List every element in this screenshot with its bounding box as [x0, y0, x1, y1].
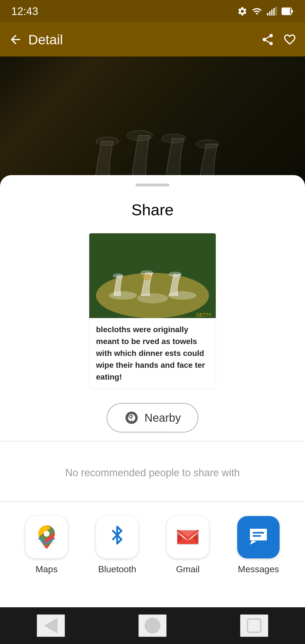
status-time: 12:43 [11, 5, 38, 18]
svg-rect-6 [292, 10, 293, 13]
svg-rect-3 [273, 8, 275, 16]
svg-point-25 [143, 274, 151, 280]
nearby-container: Nearby [0, 403, 305, 432]
nearby-icon [124, 410, 139, 425]
svg-rect-1 [269, 11, 271, 16]
drag-handle[interactable] [136, 184, 169, 186]
signal-icon [267, 6, 277, 16]
svg-point-13 [162, 134, 186, 143]
messages-label: Messages [238, 564, 279, 575]
preview-image: GETTY [89, 233, 216, 318]
app-item-maps[interactable]: Maps [25, 516, 68, 575]
messages-icon [237, 516, 280, 558]
share-title: Share [0, 201, 305, 219]
app-item-messages[interactable]: Messages [237, 516, 280, 575]
no-recommendations-message: No recommended people to share with [0, 444, 305, 501]
divider-1 [0, 441, 305, 441]
svg-point-19 [109, 291, 137, 300]
svg-rect-33 [252, 535, 261, 537]
svg-point-22 [113, 274, 123, 278]
recents-nav-icon [247, 618, 262, 633]
share-button[interactable] [261, 33, 274, 46]
bottom-sheet: Share [0, 175, 305, 621]
svg-rect-31 [250, 529, 267, 540]
svg-rect-2 [271, 10, 273, 16]
gmail-label: Gmail [176, 564, 200, 575]
back-nav-icon [44, 618, 58, 634]
svg-point-27 [44, 531, 50, 537]
nav-recents-button[interactable] [240, 614, 268, 637]
nearby-label: Nearby [145, 412, 181, 424]
battery-icon [281, 6, 294, 16]
svg-rect-32 [252, 532, 264, 534]
svg-text:GETTY: GETTY [196, 313, 212, 317]
nav-home-button[interactable] [138, 614, 167, 637]
bluetooth-label: Bluetooth [98, 564, 136, 575]
svg-rect-0 [267, 13, 269, 16]
app-item-gmail[interactable]: Gmail [167, 516, 209, 575]
wifi-icon [252, 6, 262, 16]
preview-text: blecloths were originally meant to be rv… [89, 318, 216, 389]
page-title: Detail [28, 32, 261, 47]
maps-icon [25, 516, 68, 558]
bluetooth-icon-wrap [96, 516, 138, 558]
app-item-bluetooth[interactable]: Bluetooth [96, 516, 138, 575]
svg-point-11 [127, 130, 152, 141]
svg-rect-4 [276, 7, 277, 16]
settings-icon [237, 6, 247, 16]
nearby-button[interactable]: Nearby [107, 403, 199, 432]
svg-rect-7 [282, 8, 290, 14]
preview-card: GETTY blecloths were originally meant to… [89, 233, 216, 389]
favorite-button[interactable] [283, 33, 297, 46]
app-bar: Detail [0, 23, 305, 56]
svg-point-24 [169, 272, 181, 277]
svg-point-15 [196, 140, 219, 148]
home-nav-icon [145, 618, 160, 634]
status-bar: 12:43 [0, 0, 305, 23]
gmail-icon [167, 516, 209, 558]
bottom-navigation [0, 607, 305, 644]
status-icons [237, 6, 294, 16]
svg-point-9 [96, 137, 119, 145]
nav-back-button[interactable] [37, 614, 65, 637]
back-button[interactable] [8, 32, 23, 47]
maps-label: Maps [36, 564, 58, 575]
preview-description: blecloths were originally meant to be rv… [96, 324, 209, 383]
app-bar-actions [261, 33, 297, 46]
apps-row: Maps Bluetooth [0, 502, 305, 591]
